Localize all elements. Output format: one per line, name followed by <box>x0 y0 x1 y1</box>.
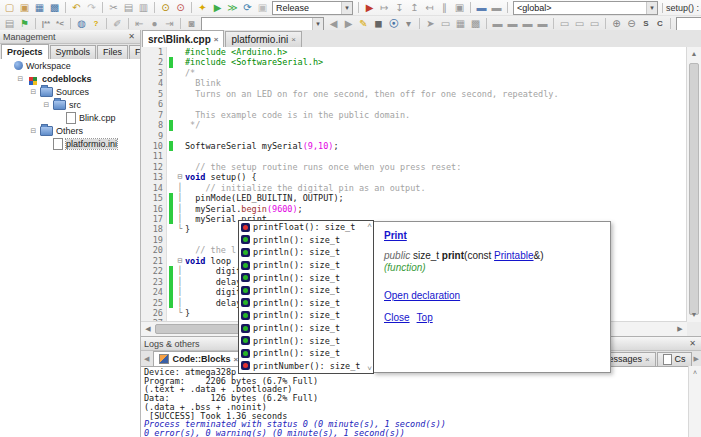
autocomplete-item[interactable]: println(): size_t <box>239 322 373 335</box>
tree-item-sources[interactable]: ⊟Sources <box>0 85 140 98</box>
tree-item-platformio-ini[interactable]: platformio.ini <box>0 137 140 150</box>
logs-scrollbar[interactable]: ˄ <box>688 366 701 437</box>
close-tab-icon[interactable]: × <box>214 32 219 47</box>
redo-icon[interactable]: ↷ <box>84 1 99 14</box>
line-number[interactable]: 5 <box>141 89 167 99</box>
line-number[interactable]: 20 <box>141 245 167 255</box>
pause-icon[interactable]: ∥ <box>437 1 452 14</box>
new-file-icon[interactable]: ▢ <box>2 1 17 14</box>
scroll-up-icon[interactable]: ˄ <box>689 366 701 380</box>
scroll-left-icon[interactable]: ◀ <box>141 322 155 336</box>
scroll-up-icon[interactable]: ▲ <box>687 47 701 61</box>
logs-tab-cs[interactable]: Cs <box>657 352 692 366</box>
nav-back-icon[interactable]: ◀ <box>326 17 341 30</box>
line-number[interactable]: 22 <box>141 266 167 276</box>
tree-expander-icon[interactable]: ⊟ <box>43 101 50 108</box>
more-dropdown-icon[interactable]: ▾ <box>401 17 416 30</box>
debug-info-icon[interactable]: ▬ <box>489 1 504 14</box>
tree-expander-icon[interactable]: ⊟ <box>30 127 37 134</box>
close-icon[interactable]: ✕ <box>126 32 137 41</box>
line-number[interactable]: 3 <box>141 68 167 78</box>
line-number[interactable]: 24 <box>141 287 167 297</box>
uncomment-icon[interactable]: *< <box>53 17 67 30</box>
line-number[interactable]: 14 <box>141 183 167 193</box>
zoom-in-icon[interactable]: ⊕ <box>609 17 624 30</box>
rebuild-icon[interactable]: ⟳ <box>240 1 255 14</box>
wx-bitmap-icon[interactable]: ▩ <box>468 17 483 30</box>
build-and-run-icon[interactable]: ≫ <box>225 1 240 14</box>
undo-icon[interactable]: ↶ <box>69 1 84 14</box>
line-number[interactable]: 15 <box>141 193 167 203</box>
chevron-down-icon[interactable]: ▾ <box>646 2 657 14</box>
wx-pointer-icon[interactable]: ➤ <box>423 17 438 30</box>
scroll-down-icon[interactable]: ˅ <box>367 364 372 373</box>
autocomplete-item[interactable]: println(): size_t <box>239 334 373 347</box>
debug-windows-icon[interactable]: ▬ <box>474 1 489 14</box>
line-number[interactable]: 25 <box>141 298 167 308</box>
step-into-icon[interactable]: ↧ <box>392 1 407 14</box>
autocomplete-item[interactable]: printNumber(): size_t <box>239 360 373 373</box>
line-number[interactable]: 1 <box>141 47 167 57</box>
border-left-icon[interactable]: ▭ <box>557 17 572 30</box>
logs-tab-code-blocks[interactable]: Code::Blocks× <box>153 351 244 366</box>
wx-frame-icon[interactable]: ▭ <box>438 17 453 30</box>
autocomplete-item[interactable]: println(): size_t <box>239 347 373 360</box>
library-icon[interactable]: ◼ <box>371 17 386 30</box>
close-tab-icon[interactable]: × <box>645 353 650 366</box>
line-number[interactable]: 16 <box>141 204 167 214</box>
line-number[interactable]: 4 <box>141 78 167 88</box>
line-number[interactable]: 7 <box>141 110 167 120</box>
build-target-combo[interactable]: Release▾ <box>272 1 353 15</box>
zoom-out-icon[interactable]: ⊖ <box>624 17 639 30</box>
chevron-down-icon[interactable]: ▾ <box>312 18 323 30</box>
scope-combo[interactable]: <global>▾ <box>513 1 658 15</box>
autocomplete-item[interactable]: println(): size_t <box>239 234 373 247</box>
tools-icon[interactable]: ✐ <box>110 17 125 30</box>
close-icon[interactable]: ✕ <box>687 339 698 348</box>
incremental-search-combo[interactable]: ▾ <box>676 17 701 31</box>
line-number[interactable]: 10 <box>141 141 167 151</box>
copy-icon[interactable]: ▤ <box>121 1 136 14</box>
border-right-icon[interactable]: ▭ <box>587 17 602 30</box>
open-declaration-link[interactable]: Open declaration <box>384 290 460 301</box>
tree-item-codeblocks[interactable]: ⊟codeblocks <box>0 72 140 85</box>
tree-expander-icon[interactable]: ⊟ <box>30 88 37 95</box>
step-instruction-icon[interactable]: ↤ <box>422 1 437 14</box>
chevron-down-icon[interactable]: ▾ <box>341 2 352 14</box>
tree-item-blink-cpp[interactable]: Blink.cpp <box>0 111 140 124</box>
autocomplete-item[interactable]: println(): size_t <box>239 271 373 284</box>
scroll-up-icon[interactable]: ˄ <box>367 221 372 230</box>
management-tab-fsym[interactable]: FSym <box>129 45 140 59</box>
management-tab-projects[interactable]: Projects <box>1 44 49 59</box>
print-icon[interactable]: ▤ <box>2 17 17 30</box>
nav-forward-icon[interactable]: ▶ <box>341 17 356 30</box>
top-link[interactable]: Top <box>417 312 433 323</box>
save-all-icon[interactable]: ▩ <box>47 1 62 14</box>
close-link[interactable]: Close <box>384 312 410 323</box>
fold-toggle-icon[interactable]: ⊟ <box>175 256 185 266</box>
line-number[interactable]: 21 <box>141 256 167 266</box>
line-number[interactable]: 13 <box>141 172 167 182</box>
save-icon[interactable]: ▦ <box>32 1 47 14</box>
tree-expander-icon[interactable]: ⊟ <box>17 75 24 82</box>
management-tab-symbols[interactable]: Symbols <box>50 45 97 59</box>
autocomplete-item[interactable]: printFloat(): size_t <box>239 221 373 234</box>
line-number[interactable]: 23 <box>141 277 167 287</box>
editor-tab-platformio-ini[interactable]: platformio.ini× <box>225 31 301 47</box>
line-number[interactable]: 18 <box>141 224 167 234</box>
tree-item-src[interactable]: ⊟src <box>0 98 140 111</box>
forum-icon[interactable]: ◍ <box>74 17 89 30</box>
scroll-right-icon[interactable]: ▶ <box>673 322 687 336</box>
line-number[interactable]: 17 <box>141 214 167 224</box>
line-number[interactable]: 26 <box>141 308 167 318</box>
block-comment-icon[interactable]: |** <box>39 17 53 30</box>
toggle-breakpoint-icon[interactable]: ● <box>147 17 162 30</box>
scroll-down-icon[interactable]: ▼ <box>687 308 701 322</box>
line-number[interactable]: 19 <box>141 235 167 245</box>
management-tab-files[interactable]: Files <box>97 45 128 59</box>
abort-icon[interactable]: ▣ <box>255 1 270 14</box>
line-number[interactable]: 11 <box>141 151 167 161</box>
cut-icon[interactable]: ✂ <box>106 1 121 14</box>
autocomplete-item[interactable]: println(): size_t <box>239 309 373 322</box>
open-file-icon[interactable]: ▣ <box>17 1 32 14</box>
